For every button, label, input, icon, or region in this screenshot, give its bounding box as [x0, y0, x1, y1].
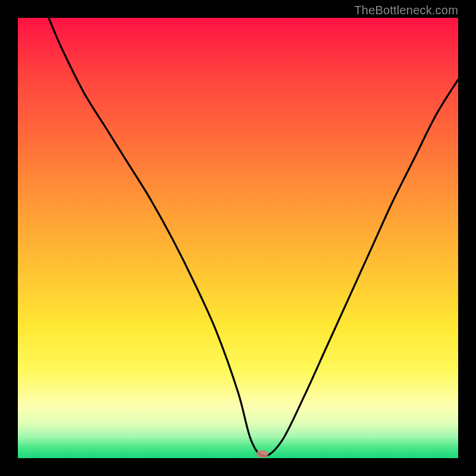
watermark-text: TheBottleneck.com: [354, 4, 458, 17]
bottleneck-curve: [18, 18, 458, 458]
chart-frame: { "watermark": "TheBottleneck.com", "plo…: [0, 0, 476, 476]
minimum-marker: [256, 450, 268, 458]
